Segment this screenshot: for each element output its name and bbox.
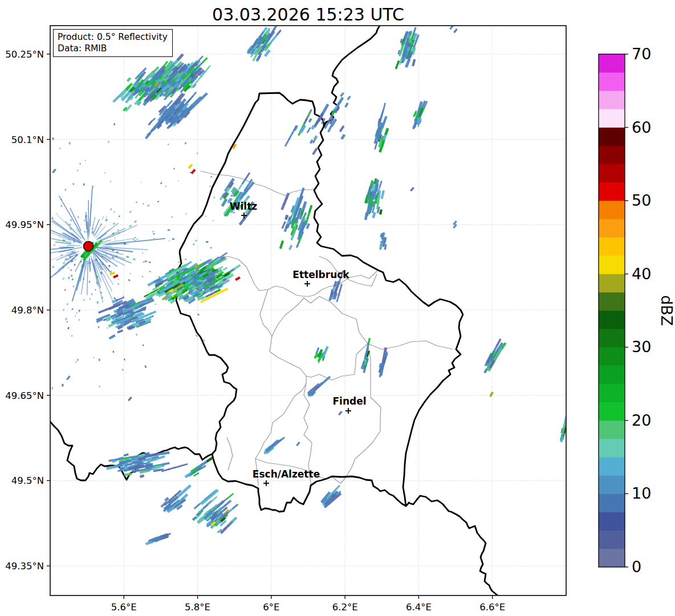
clutter-speckle bbox=[84, 231, 85, 232]
echo-cell bbox=[395, 8, 400, 14]
lat-tick-label: 49.35°N bbox=[5, 561, 44, 572]
echo-cell bbox=[489, 391, 494, 397]
echo-cell bbox=[128, 397, 132, 401]
colorbar-segment bbox=[599, 237, 625, 256]
colorbar-tick-label: 10 bbox=[632, 484, 651, 502]
clutter-speckle bbox=[118, 215, 120, 218]
colorbar-unit-label: dBZ bbox=[658, 295, 675, 326]
lon-tick-label: 5.8°E bbox=[185, 602, 210, 613]
clutter-speckle bbox=[67, 327, 69, 329]
colorbar-segment bbox=[599, 201, 625, 219]
clutter-speckle bbox=[193, 244, 194, 245]
clutter-speckle bbox=[129, 225, 132, 228]
echo-cell bbox=[310, 139, 314, 144]
echo-cell bbox=[279, 240, 284, 249]
clutter-speckle bbox=[115, 240, 116, 241]
clutter-speckle bbox=[143, 203, 144, 205]
clutter-speckle bbox=[9, 288, 11, 290]
clutter-speckle bbox=[39, 217, 41, 219]
clutter-speckle bbox=[59, 148, 60, 149]
echo-cell bbox=[368, 338, 371, 344]
clutter-speckle bbox=[113, 123, 115, 125]
echo-cell bbox=[453, 28, 458, 33]
clutter-speckle bbox=[52, 137, 54, 140]
echo-cell bbox=[206, 456, 214, 462]
colorbar-segment bbox=[599, 384, 625, 402]
lon-tick-label: 6.2°E bbox=[332, 602, 358, 613]
clutter-speckle bbox=[110, 181, 111, 182]
colorbar-segment bbox=[599, 91, 625, 109]
colorbar-segment bbox=[599, 475, 625, 494]
city-label: Esch/Alzette bbox=[253, 468, 320, 480]
clutter-speckle bbox=[54, 244, 55, 246]
border-belgium-germany bbox=[324, 25, 380, 127]
clutter-speckle bbox=[168, 229, 170, 231]
clutter-speckle bbox=[210, 247, 212, 248]
colorbar-segment bbox=[599, 365, 625, 384]
clutter-speckle bbox=[42, 154, 44, 157]
clutter-speckle bbox=[75, 361, 76, 363]
plot-frame: 5.6°E5.8°E6°E6.2°E6.4°E6.6°E50.25°N50.1°… bbox=[5, 26, 566, 613]
clutter-speckle bbox=[63, 309, 64, 311]
echo-cell bbox=[221, 198, 228, 207]
clutter-speckle bbox=[28, 336, 30, 338]
clutter-speckle bbox=[147, 205, 149, 207]
colorbar-segment bbox=[599, 219, 625, 238]
clutter-speckle bbox=[83, 183, 85, 186]
clutter-speckle bbox=[135, 201, 137, 203]
clutter-speckle bbox=[52, 266, 54, 268]
canton-border bbox=[272, 298, 304, 336]
clutter-spoke bbox=[87, 260, 88, 295]
colorbar-segment bbox=[599, 292, 625, 311]
echo-cell bbox=[235, 276, 241, 281]
echo-cell bbox=[66, 376, 71, 380]
clutter-speckle bbox=[29, 189, 31, 191]
clutter-speckle bbox=[85, 160, 86, 161]
clutter-speckle bbox=[76, 312, 78, 314]
clutter-speckle bbox=[42, 258, 44, 260]
colorbar-segment bbox=[599, 329, 625, 348]
clutter-speckle bbox=[152, 231, 154, 232]
clutter-speckle bbox=[99, 358, 100, 361]
clutter-speckle bbox=[117, 229, 119, 231]
clutter-speckle bbox=[145, 260, 148, 263]
clutter-speckle bbox=[108, 141, 109, 143]
echo-cell bbox=[294, 125, 298, 131]
city-label: Findel bbox=[332, 395, 366, 407]
clutter-speckle bbox=[32, 298, 34, 299]
clutter-speckle bbox=[44, 201, 47, 203]
colorbar-segment bbox=[599, 54, 625, 73]
echo-cell bbox=[398, 12, 402, 18]
clutter-speckle bbox=[200, 260, 201, 261]
clutter-speckle bbox=[4, 314, 6, 316]
colorbar-segment bbox=[599, 109, 625, 128]
clutter-speckle bbox=[69, 142, 71, 145]
clutter-speckle bbox=[185, 213, 187, 214]
clutter-speckle bbox=[45, 170, 46, 172]
clutter-speckle bbox=[142, 276, 144, 278]
radar-map-app: 03.03.2026 15:23 UTC Product: 0.5° Refle… bbox=[0, 0, 675, 616]
clutter-speckle bbox=[23, 365, 26, 368]
clutter-speckle bbox=[21, 183, 23, 186]
clutter-speckle bbox=[72, 278, 74, 280]
clutter-spoke bbox=[102, 240, 111, 242]
echo-cell bbox=[245, 172, 250, 179]
clutter-spoke bbox=[75, 261, 81, 271]
clutter-speckle bbox=[98, 326, 100, 328]
clutter-speckle bbox=[113, 211, 115, 213]
clutter-speckle bbox=[117, 283, 119, 285]
lon-tick-label: 6.6°E bbox=[479, 602, 505, 613]
echo-cell bbox=[309, 109, 312, 113]
clutter-speckle bbox=[64, 189, 66, 191]
clutter-speckle bbox=[83, 299, 84, 301]
echo-cell bbox=[347, 96, 351, 100]
clutter-speckle bbox=[141, 182, 142, 183]
clutter-speckle bbox=[15, 169, 17, 171]
echo-cell bbox=[201, 92, 208, 99]
clutter-speckle bbox=[153, 238, 155, 239]
echo-cell bbox=[397, 14, 402, 22]
clutter-speckle bbox=[165, 185, 166, 187]
clutter-speckle bbox=[112, 350, 114, 353]
clutter-speckle bbox=[74, 264, 76, 266]
colorbar-tick-label: 70 bbox=[632, 45, 651, 63]
